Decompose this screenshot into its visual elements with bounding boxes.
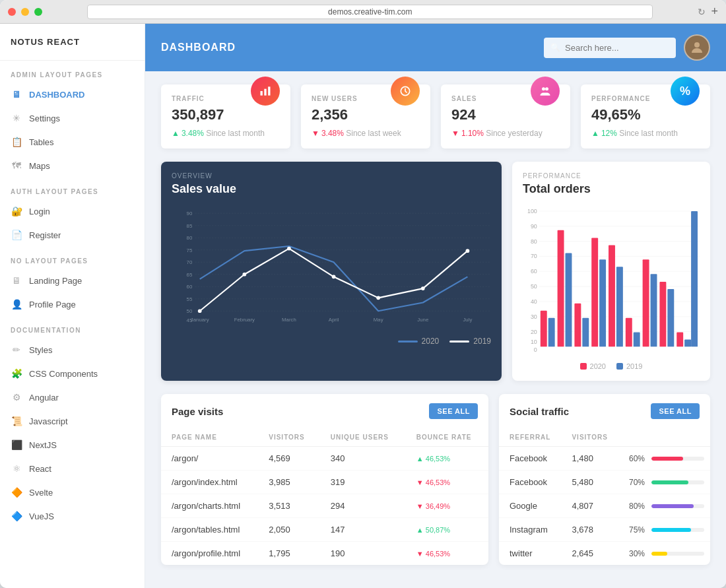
new-tab-button[interactable]: + [711, 5, 718, 18]
sidebar-item-profile[interactable]: 👤 Profile Page [0, 292, 145, 316]
page-visits-see-all-button[interactable]: SEE ALL [429, 403, 478, 419]
browser-close-btn[interactable] [8, 8, 16, 16]
sidebar-label-javascript: Javascript [29, 416, 68, 426]
sidebar-item-tables[interactable]: 📋 Tables [0, 130, 145, 154]
sidebar-item-css[interactable]: 🧩 CSS Components [0, 362, 145, 385]
sidebar-item-styles[interactable]: ✏ Styles [0, 338, 145, 362]
stat-info: TRAFFIC 350,897 [172, 95, 224, 123]
svg-rect-62 [548, 318, 555, 347]
legend-line-2020 [398, 341, 418, 343]
sidebar-item-landing[interactable]: 🖥 Landing Page [0, 269, 145, 292]
stat-label: TRAFFIC [172, 95, 224, 102]
section-label-nolayout: NO LAYOUT PAGES [0, 247, 145, 269]
visitors-cell: 4,569 [258, 447, 320, 471]
stat-change: ▲3.48% Since last month [172, 129, 280, 138]
stat-label: NEW USERS [312, 95, 358, 102]
avatar[interactable] [684, 34, 710, 61]
sidebar-item-settings[interactable]: ✳ Settings [0, 106, 145, 130]
browser-toolbar-right: ↻ + [698, 5, 718, 18]
col-visitors: VISITORS [561, 428, 618, 447]
svg-text:July: July [463, 317, 472, 323]
sidebar-item-vuejs[interactable]: 🔷 VueJS [0, 504, 145, 528]
topbar: DASHBOARD [145, 24, 726, 71]
svg-text:100: 100 [527, 208, 537, 214]
svg-text:50: 50 [531, 283, 537, 290]
svg-text:20: 20 [531, 329, 537, 335]
settings-icon: ✳ [11, 112, 22, 124]
legend-label-2020: 2020 [422, 337, 440, 346]
svg-text:70: 70 [531, 253, 537, 259]
sidebar-item-register[interactable]: 📄 Register [0, 223, 145, 247]
browser-url-bar[interactable]: demos.creative-tim.com [87, 5, 653, 19]
bar-legend-dot-2019 [616, 363, 623, 370]
svg-text:March: March [282, 317, 296, 323]
list-item: Facebook 1,480 60% [499, 447, 710, 471]
col-page-name: PAGE NAME [161, 428, 258, 447]
svg-point-6 [545, 87, 548, 90]
svg-rect-76 [667, 289, 674, 346]
col-progress [618, 428, 710, 447]
sidebar-label-react: React [29, 464, 51, 474]
sidebar-item-nextjs[interactable]: ⬛ NextJS [0, 433, 145, 457]
svg-point-5 [542, 87, 545, 90]
svg-point-0 [694, 42, 700, 48]
svg-text:80: 80 [187, 235, 193, 241]
map-icon: 🗺 [11, 160, 22, 172]
sidebar-item-svelte[interactable]: 🔶 Svelte [0, 480, 145, 504]
svg-rect-72 [634, 333, 640, 347]
referral-cell: Facebook [499, 447, 561, 471]
svg-text:30: 30 [531, 313, 537, 320]
svg-rect-73 [643, 259, 649, 346]
svg-rect-63 [558, 230, 564, 347]
referral-cell: Instagram [499, 518, 561, 542]
svg-text:80: 80 [531, 238, 537, 245]
svg-point-26 [198, 309, 202, 313]
svg-text:10: 10 [531, 339, 537, 345]
page-name-cell: /argon/charts.html [161, 494, 258, 518]
stat-change: ▲12% Since last month [591, 129, 700, 138]
styles-icon: ✏ [11, 344, 22, 356]
stats-row: TRAFFIC 350,897 ▲3.48% Since last month [161, 84, 710, 148]
svg-text:0: 0 [534, 346, 537, 353]
bar-chart-legend: 2020 2019 [523, 362, 700, 370]
browser-minimize-btn[interactable] [21, 8, 29, 16]
svg-rect-64 [566, 253, 572, 346]
section-label-docs: DOCUMENTATION [0, 316, 145, 338]
sidebar-item-angular[interactable]: ⚙ Angular [0, 385, 145, 409]
bounce-rate-cell: ▼ 36,49% [406, 494, 488, 518]
sidebar-item-react[interactable]: ⚛ React [0, 457, 145, 480]
browser-maximize-btn[interactable] [34, 8, 42, 16]
unique-users-cell: 319 [320, 471, 406, 494]
progress-cell: 60% [618, 447, 710, 471]
unique-users-cell: 294 [320, 494, 406, 518]
bar-chart-svg: 100 90 80 70 60 50 40 30 20 10 0 [523, 204, 700, 354]
page-visits-title: Page visits [172, 406, 223, 417]
sidebar-item-dashboard[interactable]: 🖥 DASHBOARD [0, 82, 145, 106]
svg-rect-3 [268, 86, 270, 95]
bounce-rate-cell: ▼ 46,53% [406, 542, 488, 566]
page-name-cell: /argon/ [161, 447, 258, 471]
sidebar-item-javascript[interactable]: 📜 Javascript [0, 409, 145, 433]
sidebar-item-maps[interactable]: 🗺 Maps [0, 154, 145, 178]
sidebar-label-nextjs: NextJS [29, 440, 57, 450]
svg-text:60: 60 [531, 268, 537, 275]
svg-text:June: June [417, 317, 428, 323]
stat-card-sales: SALES 924 ▼1.10% Since yesterday [441, 84, 570, 148]
browser-refresh-icon[interactable]: ↻ [698, 7, 706, 17]
stat-change: ▼3.48% Since last week [312, 129, 420, 138]
stat-value: 350,897 [172, 106, 224, 123]
stat-label: PERFORMANCE [591, 95, 650, 102]
visitors-cell: 3,985 [258, 471, 320, 494]
svg-rect-75 [659, 282, 666, 346]
svg-text:85: 85 [187, 223, 193, 229]
social-traffic-see-all-button[interactable]: SEE ALL [651, 403, 700, 419]
search-input[interactable] [544, 38, 676, 58]
topbar-right [544, 34, 710, 61]
sidebar-label-angular: Angular [29, 393, 59, 403]
table-row: /argon/charts.html 3,513 294 ▼ 36,49% [161, 494, 488, 518]
referral-cell: Facebook [499, 471, 561, 494]
social-traffic-header: Social traffic SEE ALL [499, 394, 710, 428]
sidebar-item-login[interactable]: 🔐 Login [0, 199, 145, 223]
visitors-cell: 2,050 [258, 518, 320, 542]
stat-icon-newusers [391, 77, 420, 106]
